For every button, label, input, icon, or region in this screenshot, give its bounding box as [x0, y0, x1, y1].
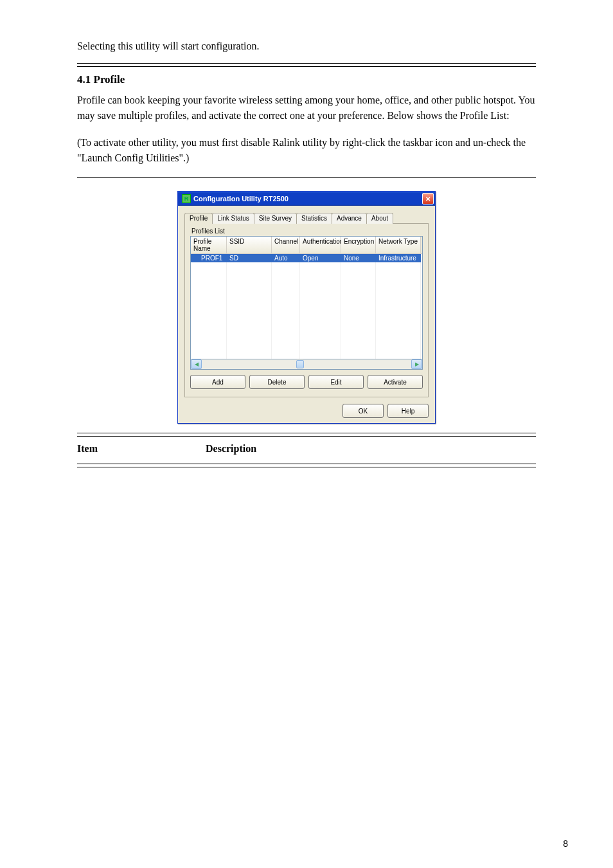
- col-network-type[interactable]: Network Type: [376, 237, 421, 253]
- add-button[interactable]: Add: [190, 375, 245, 389]
- intro-paragraph: Selecting this utility will start config…: [77, 39, 536, 54]
- tab-profile[interactable]: Profile: [184, 213, 213, 224]
- profiles-list-label: Profiles List: [191, 228, 423, 235]
- section-divider-single: [77, 177, 536, 178]
- close-icon[interactable]: ✕: [422, 193, 434, 204]
- scroll-right-icon[interactable]: ▶: [411, 359, 422, 369]
- window-title: Configuration Utility RT2500: [193, 195, 422, 203]
- scroll-left-icon[interactable]: ◀: [191, 359, 202, 369]
- app-window: R Configuration Utility RT2500 ✕ Profile…: [177, 191, 436, 424]
- page-number: 8: [563, 838, 568, 849]
- delete-button[interactable]: Delete: [249, 375, 305, 389]
- item-header-row: Item Description: [77, 443, 536, 455]
- scroll-track[interactable]: [202, 359, 411, 369]
- col-encryption[interactable]: Encryption: [341, 237, 376, 253]
- table-row[interactable]: PROF1 SD Auto Open None Infrastructure: [191, 254, 422, 262]
- col-profile-name[interactable]: Profile Name: [191, 237, 227, 253]
- section-heading: 4.1 Profile: [77, 73, 536, 86]
- tab-statistics[interactable]: Statistics: [296, 213, 332, 224]
- window-titlebar[interactable]: R Configuration Utility RT2500 ✕: [178, 192, 435, 206]
- cell-enc: None: [341, 254, 376, 262]
- col-ssid[interactable]: SSID: [227, 237, 272, 253]
- cell-auth: Open: [300, 254, 341, 262]
- cell-ssid: SD: [227, 254, 272, 262]
- dialog-body: Profile Link Status Site Survey Statisti…: [178, 206, 435, 423]
- item-col-label: Item: [77, 443, 206, 455]
- section-paragraph-2: (To activate other utility, you must fir…: [77, 135, 536, 166]
- section-divider-double: [77, 63, 536, 67]
- ok-button[interactable]: OK: [342, 404, 384, 418]
- cell-ntype: Infrastructure: [376, 254, 421, 262]
- tab-site-survey[interactable]: Site Survey: [254, 213, 297, 224]
- profile-button-row: Add Delete Edit Activate: [190, 375, 423, 389]
- profiles-listview[interactable]: Profile Name SSID Channel Authentication…: [190, 236, 423, 359]
- tab-about[interactable]: About: [366, 213, 393, 224]
- dialog-button-row: OK Help: [184, 404, 429, 418]
- listview-empty-area: [191, 262, 422, 359]
- table-divider-double-2: [77, 464, 536, 467]
- document-page: Selecting this utility will start config…: [0, 0, 613, 868]
- tab-page-profile: Profiles List Profile Name SSID Channel …: [184, 223, 429, 397]
- col-channel[interactable]: Channel: [272, 237, 300, 253]
- cell-profile-name: PROF1: [191, 254, 227, 262]
- app-icon: R: [182, 194, 191, 203]
- tab-strip: Profile Link Status Site Survey Statisti…: [184, 213, 429, 224]
- activate-button[interactable]: Activate: [368, 375, 423, 389]
- col-authentication[interactable]: Authentication: [300, 237, 341, 253]
- tab-advance[interactable]: Advance: [332, 213, 367, 224]
- cell-channel: Auto: [272, 254, 300, 262]
- listview-header: Profile Name SSID Channel Authentication…: [191, 237, 422, 254]
- section-paragraph-1: Profile can book keeping your favorite w…: [77, 93, 536, 123]
- help-button[interactable]: Help: [387, 404, 429, 418]
- edit-button[interactable]: Edit: [308, 375, 364, 389]
- table-divider-double: [77, 433, 536, 437]
- tab-link-status[interactable]: Link Status: [212, 213, 254, 224]
- scroll-thumb[interactable]: [296, 360, 304, 368]
- desc-col-label: Description: [206, 443, 256, 455]
- horizontal-scrollbar[interactable]: ◀ ▶: [190, 359, 423, 370]
